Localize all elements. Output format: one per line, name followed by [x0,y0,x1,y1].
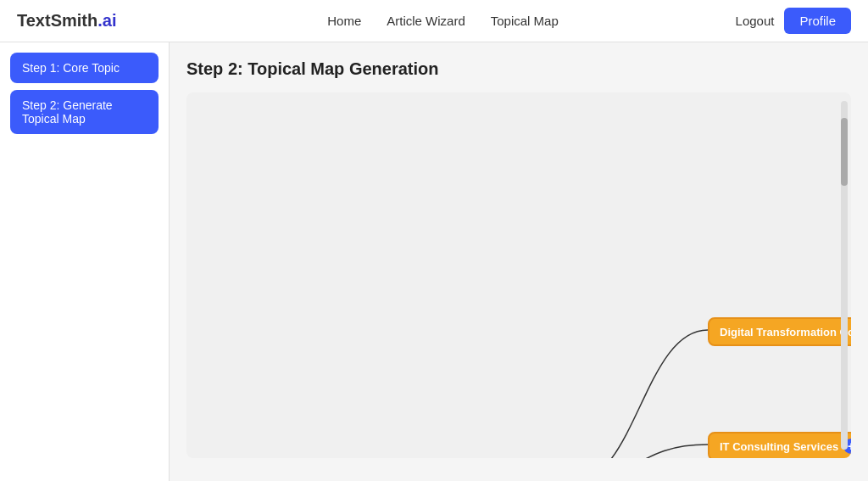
logo-text: TextSmith [17,11,97,30]
mindmap-lines [186,92,851,458]
main-nav: Home Article Wizard Topical Map [150,14,735,28]
nav-home[interactable]: Home [327,14,361,28]
node-digital-transformation[interactable]: Digital Transformation Consulting + [708,317,851,346]
scrollbar[interactable] [841,101,848,450]
nav-article-wizard[interactable]: Article Wizard [387,14,465,28]
layout: Step 1: Core Topic Step 2: Generate Topi… [0,42,868,481]
logo: TextSmith.ai [17,11,116,31]
node-it-consulting[interactable]: IT Consulting Services + [708,432,851,458]
header: TextSmith.ai Home Article Wizard Topical… [0,0,868,42]
node-it-consulting-label: IT Consulting Services [720,440,838,453]
mindmap-canvas: Digital Technology Consulting... Digital… [186,92,851,458]
nav-topical-map[interactable]: Topical Map [491,14,559,28]
sidebar: Step 1: Core Topic Step 2: Generate Topi… [0,42,170,481]
profile-button[interactable]: Profile [784,8,851,34]
sidebar-item-step2[interactable]: Step 2: Generate Topical Map [10,90,159,134]
header-right: Logout Profile [736,8,851,34]
page-title: Step 2: Topical Map Generation [186,59,851,79]
logo-ai: .ai [97,11,116,30]
node-digital-transformation-label: Digital Transformation Consulting [720,326,851,338]
main-content: Step 2: Topical Map Generation [170,42,868,481]
sidebar-item-step1[interactable]: Step 1: Core Topic [10,53,159,83]
logout-button[interactable]: Logout [736,14,775,28]
scrollbar-thumb[interactable] [841,118,848,186]
